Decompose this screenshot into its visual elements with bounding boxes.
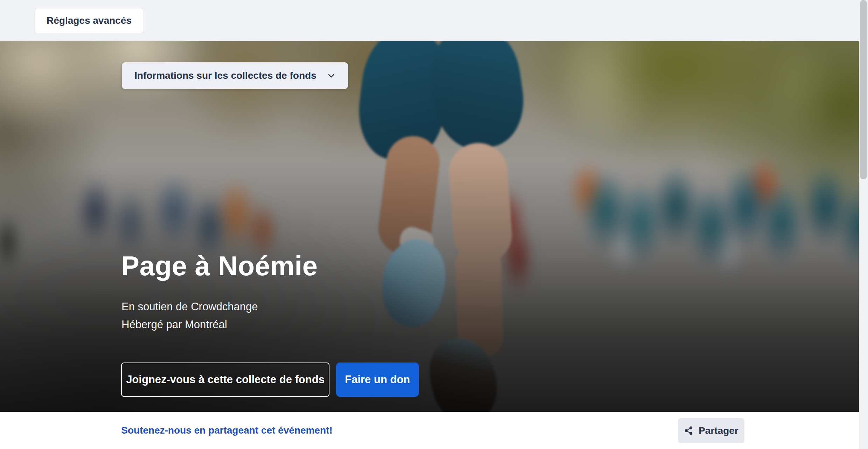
- fundraiser-info-dropdown[interactable]: Informations sur les collectes de fonds: [122, 62, 348, 89]
- donate-button[interactable]: Faire un don: [336, 362, 419, 397]
- top-bar: Réglages avancés: [0, 0, 859, 41]
- hero-banner: Informations sur les collectes de fonds …: [0, 41, 859, 412]
- join-fundraiser-button[interactable]: Joignez-vous à cette collecte de fonds: [121, 362, 329, 397]
- share-button-label: Partager: [699, 425, 738, 436]
- vertical-scrollbar[interactable]: [859, 0, 868, 449]
- chevron-down-icon: [327, 71, 335, 80]
- supporting-line: En soutien de Crowdchange: [121, 298, 258, 316]
- page-subtitle: En soutien de Crowdchange Hébergé par Mo…: [121, 298, 258, 333]
- page-title: Page à Noémie: [121, 250, 318, 282]
- hosted-line: Hébergé par Montréal: [121, 316, 258, 333]
- share-event-link[interactable]: Soutenez-nous en partageant cet événemen…: [121, 425, 333, 436]
- share-icon: [684, 426, 693, 435]
- fundraiser-info-dropdown-label: Informations sur les collectes de fonds: [134, 70, 317, 81]
- hero-action-buttons: Joignez-vous à cette collecte de fonds F…: [121, 362, 419, 397]
- scrollbar-thumb[interactable]: [860, 0, 867, 179]
- share-button[interactable]: Partager: [678, 418, 744, 443]
- fundraising-page: Réglages avancés Informations sur les co…: [0, 0, 868, 449]
- hero-dark-gradient-overlay: [0, 41, 859, 412]
- advanced-settings-button[interactable]: Réglages avancés: [35, 8, 143, 33]
- footer-bar: Soutenez-nous en partageant cet événemen…: [0, 412, 859, 449]
